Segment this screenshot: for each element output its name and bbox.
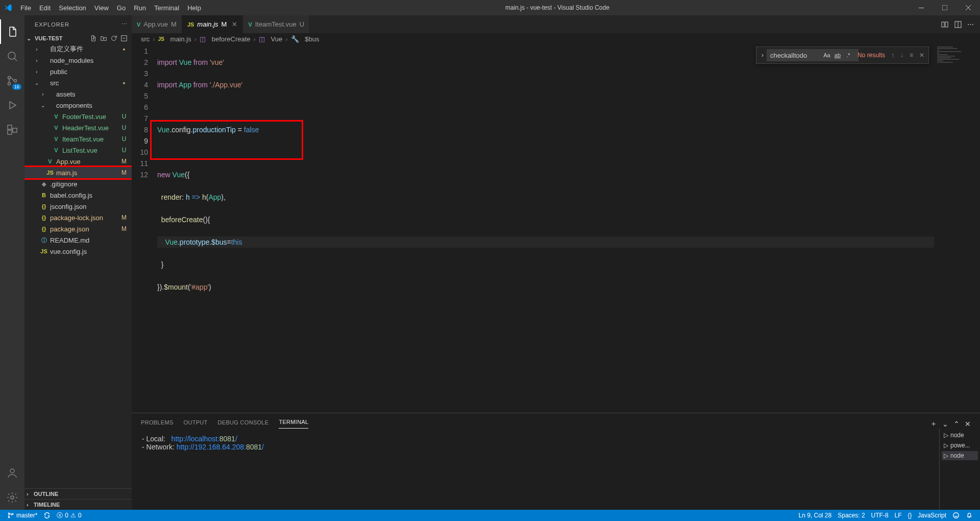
status-language[interactable]: {} JavaScript bbox=[905, 512, 949, 519]
terminal-output[interactable]: - Local: http://localhost:8081/ - Networ… bbox=[132, 429, 939, 510]
menu-file[interactable]: File bbox=[16, 2, 35, 14]
menu-help[interactable]: Help bbox=[183, 2, 205, 14]
menu-run[interactable]: Run bbox=[130, 2, 150, 14]
JS-icon: JS bbox=[187, 21, 194, 28]
terminal-item-0[interactable]: ▷node bbox=[942, 431, 978, 440]
minimap[interactable] bbox=[934, 44, 980, 413]
menu-go[interactable]: Go bbox=[113, 2, 130, 14]
menu-edit[interactable]: Edit bbox=[35, 2, 55, 14]
file-main.js[interactable]: JSmain.jsM bbox=[24, 167, 132, 178]
crumb-file[interactable]: JS main.js bbox=[158, 35, 191, 43]
new-file-icon[interactable] bbox=[90, 35, 97, 42]
find-expand-icon[interactable]: › bbox=[758, 50, 767, 61]
new-folder-icon[interactable] bbox=[100, 35, 107, 42]
panel-maximize-icon[interactable]: ⌃ bbox=[953, 420, 960, 428]
terminal-new-icon[interactable]: ＋ bbox=[930, 419, 937, 429]
svg-point-22 bbox=[12, 513, 13, 515]
window-close-button[interactable] bbox=[957, 0, 980, 15]
file-package-lock.json[interactable]: {}package-lock.jsonM bbox=[24, 212, 132, 223]
B-icon: B bbox=[40, 192, 48, 198]
timeline-section[interactable]: ›TIMELINE bbox=[24, 499, 132, 510]
activity-extensions-icon[interactable] bbox=[0, 117, 24, 142]
status-cursor[interactable]: Ln 9, Col 28 bbox=[796, 512, 835, 519]
status-notifications-icon[interactable] bbox=[963, 512, 976, 519]
split-editor-icon[interactable] bbox=[954, 20, 962, 29]
status-sync[interactable] bbox=[40, 512, 54, 519]
panel-tab-terminal[interactable]: TERMINAL bbox=[279, 417, 308, 429]
tab-main.js[interactable]: JSmain.jsM✕ bbox=[182, 15, 243, 33]
status-encoding[interactable]: UTF-8 bbox=[868, 512, 892, 519]
tab-App.vue[interactable]: VApp.vueM bbox=[132, 15, 182, 33]
file-ListTest.vue[interactable]: VListTest.vueU bbox=[24, 145, 132, 156]
breadcrumbs[interactable]: src › JS main.js › ◫ beforeCreate › ◫ Vu… bbox=[132, 33, 980, 44]
find-close-icon[interactable]: ✕ bbox=[917, 51, 926, 60]
sidebar-more-icon[interactable]: ⋯ bbox=[121, 21, 128, 28]
file-README.md[interactable]: ⓘREADME.md bbox=[24, 234, 132, 246]
match-case-icon[interactable]: Aa bbox=[822, 50, 832, 60]
window-minimize-button[interactable] bbox=[910, 0, 933, 15]
status-spaces[interactable]: Spaces: 2 bbox=[835, 512, 868, 519]
panel-close-icon[interactable]: ✕ bbox=[965, 420, 971, 428]
file-IteamTest.vue[interactable]: VIteamTest.vueU bbox=[24, 133, 132, 145]
match-word-icon[interactable]: ab bbox=[832, 50, 843, 60]
file-HeaderTest.vue[interactable]: VHeaderTest.vueU bbox=[24, 122, 132, 133]
activity-account-icon[interactable] bbox=[0, 461, 24, 485]
panel-tab-output[interactable]: OUTPUT bbox=[184, 417, 208, 429]
folder-header[interactable]: ⌄ VUE-TEST bbox=[24, 33, 132, 43]
activity-debug-icon[interactable] bbox=[0, 93, 24, 117]
file-vue.config.js[interactable]: JSvue.config.js bbox=[24, 246, 132, 257]
status-feedback-icon[interactable] bbox=[949, 512, 963, 519]
crumb-property[interactable]: 🔧 $bus bbox=[291, 35, 320, 43]
window-maximize-button[interactable] bbox=[933, 0, 957, 15]
close-tab-icon[interactable]: ✕ bbox=[232, 20, 237, 28]
folder-node_modules[interactable]: ›node_modules bbox=[24, 55, 132, 66]
more-actions-icon[interactable]: ⋯ bbox=[967, 20, 974, 28]
crumb-folder[interactable]: src bbox=[141, 35, 150, 43]
code-content[interactable]: import Vue from 'vue' import App from '.… bbox=[157, 44, 934, 413]
find-next-icon[interactable]: ↓ bbox=[898, 51, 905, 60]
crumb-class[interactable]: ◫ Vue bbox=[259, 35, 282, 43]
folder-src[interactable]: ⌄src● bbox=[24, 77, 132, 88]
◆-icon: ◆ bbox=[40, 181, 48, 187]
terminal-icon: ▷ bbox=[944, 432, 948, 439]
activity-search-icon[interactable] bbox=[0, 44, 24, 68]
editor-body[interactable]: 123456789101112 import Vue from 'vue' im… bbox=[132, 44, 980, 413]
compare-icon[interactable] bbox=[941, 20, 949, 29]
file-package.json[interactable]: {}package.jsonM bbox=[24, 223, 132, 234]
regex-icon[interactable]: .* bbox=[843, 50, 853, 60]
file-jsconfig.json[interactable]: {}jsconfig.json bbox=[24, 201, 132, 212]
menu-selection[interactable]: Selection bbox=[55, 2, 90, 14]
file-babel.config.js[interactable]: Bbabel.config.js bbox=[24, 190, 132, 201]
tab-IteamTest.vue[interactable]: VIteamTest.vueU bbox=[243, 15, 310, 33]
status-eol[interactable]: LF bbox=[892, 512, 905, 519]
find-selection-icon[interactable]: ≡ bbox=[908, 51, 915, 60]
folder-assets[interactable]: ›assets bbox=[24, 88, 132, 100]
file-.gitignore[interactable]: ◆.gitignore bbox=[24, 178, 132, 190]
folder-自定义事件[interactable]: ›自定义事件● bbox=[24, 43, 132, 55]
find-prev-icon[interactable]: ↑ bbox=[889, 51, 896, 60]
refresh-icon[interactable] bbox=[110, 35, 117, 42]
activity-scm-icon[interactable]: 16 bbox=[0, 68, 24, 93]
V-icon: V bbox=[52, 113, 60, 120]
status-problems[interactable]: ⓧ0 ⚠0 bbox=[54, 511, 84, 520]
terminal-item-1[interactable]: ▷powe... bbox=[942, 441, 978, 450]
panel-tab-debug[interactable]: DEBUG CONSOLE bbox=[218, 417, 269, 429]
folder-public[interactable]: ›public bbox=[24, 66, 132, 77]
collapse-icon[interactable] bbox=[120, 35, 128, 42]
status-branch[interactable]: master* bbox=[4, 512, 40, 519]
menu-view[interactable]: View bbox=[90, 2, 113, 14]
outline-section[interactable]: ›OUTLINE bbox=[24, 488, 132, 499]
folder-components[interactable]: ⌄components bbox=[24, 100, 132, 111]
activity-explorer-icon[interactable] bbox=[0, 19, 24, 44]
panel-tab-problems[interactable]: PROBLEMS bbox=[141, 417, 174, 429]
crumb-method[interactable]: ◫ beforeCreate bbox=[200, 35, 251, 43]
terminal-item-2[interactable]: ▷node bbox=[942, 451, 978, 460]
activity-settings-icon[interactable] bbox=[0, 485, 24, 510]
svg-rect-11 bbox=[8, 130, 12, 134]
terminal-dropdown-icon[interactable]: ⌄ bbox=[942, 420, 948, 428]
sidebar-title: EXPLORER bbox=[35, 21, 121, 28]
line-numbers: 123456789101112 bbox=[132, 44, 157, 413]
menu-terminal[interactable]: Terminal bbox=[150, 2, 183, 14]
file-FooterTest.vue[interactable]: VFooterTest.vueU bbox=[24, 111, 132, 122]
file-App.vue[interactable]: VApp.vueM bbox=[24, 156, 132, 167]
